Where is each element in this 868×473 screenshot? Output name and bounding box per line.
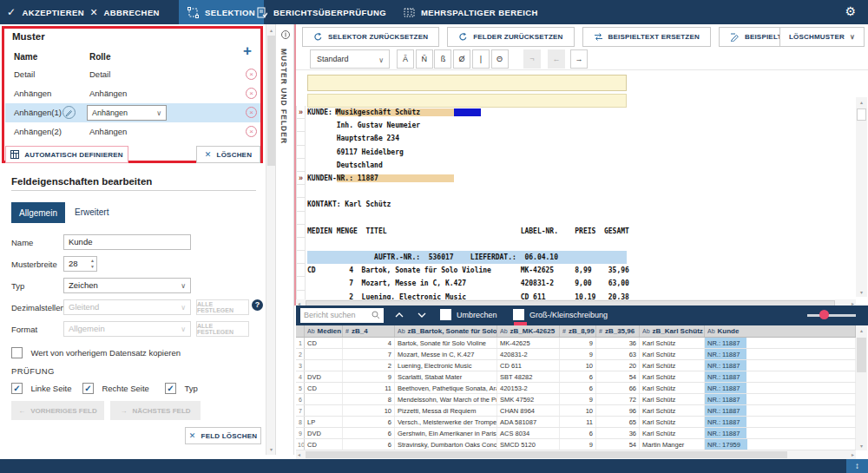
table-cell[interactable]: 20 [596,360,640,371]
table-cell[interactable]: Karl Schütz [640,417,705,427]
cancel-button[interactable]: × ABBRECHEN [90,0,160,24]
automatisch-definieren-button[interactable]: AUTOMATISCH DEFINIEREN [5,146,128,163]
muster-row[interactable]: Anhängen Anhängen × [5,84,260,103]
scrollbar-thumb[interactable] [306,451,787,458]
table-cell[interactable]: 10 [560,360,596,371]
rolle-dropdown[interactable]: Anhängen ∨ [87,105,167,121]
table-cell[interactable]: Mendelssohn, War March of the Priests [395,394,497,404]
table-cell[interactable]: 9 [560,349,596,359]
table-cell[interactable]: Karl Schütz [640,338,705,348]
table-cell[interactable]: 65 [596,417,640,427]
trap-char-button[interactable]: Ã [397,49,414,69]
table-cell[interactable]: 10 [343,405,395,416]
table-cell[interactable]: 10 [560,405,596,416]
zoom-slider-track[interactable] [807,314,856,317]
table-cell[interactable]: 6 [343,439,395,450]
column-header[interactable]: AbzB_Karl Schütz [640,325,705,337]
table-cell[interactable]: 420153-2 [497,383,560,393]
scrollbar-thumb[interactable] [857,108,866,121]
table-row[interactable]: 32Luening, Electronic MusicCD 6111020Kar… [296,360,856,371]
table-cell[interactable]: 96 [596,405,640,416]
tab-mehrspaltiger-bereich[interactable]: MEHRSPALTIGER BEREICH [395,0,547,24]
trap-char-button[interactable]: | [472,49,490,69]
trap-char-button[interactable]: Ñ [416,49,433,69]
add-muster-button[interactable]: + [243,45,252,57]
table-row[interactable]: 10CD6Stravinsky, Dumbarton Oaks Concerto… [296,439,856,450]
tab-erweitert[interactable]: Erweitert [75,207,108,217]
scroll-right-icon[interactable]: ▸ [852,451,854,457]
trap-nav-button[interactable]: → [570,49,588,69]
table-cell[interactable]: Beethoven, Pathetique Sonata, Arau [395,383,497,393]
table-cell[interactable]: Pizzetti, Messa di Requiem [395,405,497,416]
table-cell[interactable]: Karl Schütz [640,371,705,382]
table-cell[interactable]: Mozart, Messe in C, K.427 [395,349,497,359]
table-cell[interactable]: Stravinsky, Dumbarton Oaks Concerto [395,439,497,450]
column-header[interactable]: AbKunde [705,325,856,337]
help-icon[interactable]: ? [252,299,263,311]
table-cell[interactable]: Bartok, Sonate für Solo Violine [395,338,497,348]
table-cell[interactable] [305,405,343,416]
report-preview[interactable]: kunde KUNDE: Musikgeschäft Schütz »KUNDE… [296,70,868,299]
table-row[interactable]: 5CD11Beethoven, Pathetique Sonata, Arau4… [296,383,856,394]
side-tab-muster-und-felder[interactable]: MUSTER UND FELDER [279,49,288,144]
loeschmuster-dropdown-button[interactable]: LÖSCHMUSTER ∨ [779,27,865,47]
table-cell[interactable] [305,394,343,404]
accept-button[interactable]: ✓ AKZEPTIEREN [7,0,84,24]
table-row[interactable]: 27Mozart, Messe in C, K.427420831-2963Ka… [296,349,856,360]
report-line[interactable]: Hauptstraße 234 [296,132,856,145]
trap-char-button[interactable]: Θ [491,49,509,69]
pin-icon[interactable] [280,30,291,40]
loeschen-button[interactable]: ✕ LÖSCHEN [196,146,260,163]
table-cell[interactable]: Karl Schütz [640,405,705,416]
muster-row[interactable]: Detail Detail × [5,65,260,84]
table-cell[interactable]: 420831-2 [497,349,560,359]
table-cell[interactable]: SMK 47592 [497,394,560,404]
scrollbar-thumb[interactable] [267,36,275,166]
report-line[interactable]: Inh. Gustav Neumeier [296,119,856,132]
column-header[interactable]: #zB_8,99 [560,325,596,337]
table-cell[interactable]: DVD [305,371,343,382]
column-header[interactable]: AbzB_Bartok, Sonate für Solo Violi [395,325,497,337]
feld-loeschen-button[interactable]: ✕ FELD LÖSCHEN [185,427,261,444]
checkbox-checked-icon[interactable]: ✓ [165,383,176,394]
table-cell[interactable]: 9 [560,394,596,404]
table-cell[interactable]: 9 [343,371,395,382]
table-horizontal-scrollbar[interactable]: ◂ ▸ [296,450,856,459]
table-cell[interactable]: 11 [560,417,596,427]
table-cell[interactable]: Karl Schütz [640,394,705,404]
table-row[interactable]: 8LP6Versch., Meisterwerke der TrompeteAD… [296,417,856,428]
scroll-down-icon[interactable]: ▾ [856,443,867,449]
table-cell[interactable]: 54 [596,371,640,382]
report-line[interactable] [296,185,856,198]
table-cell[interactable]: Karl Schütz [640,383,705,393]
table-cell[interactable]: 6 [560,371,596,382]
gear-icon[interactable]: ⚙ [845,4,856,18]
spinner-arrows-icon[interactable]: ▲▼ [90,258,95,270]
table-cell[interactable]: 9 [560,338,596,348]
report-vertical-scrollbar[interactable]: ▴ ▾ [856,97,867,297]
resize-panel-button[interactable]: ↕ [846,459,868,473]
trap-char-button[interactable]: Ø [453,49,470,69]
report-line[interactable] [296,238,856,251]
table-cell[interactable]: NR.: 17959 [705,439,856,450]
delete-muster-icon[interactable]: × [246,126,257,137]
report-line[interactable]: 7 Mozart, Messe in C, K.427 420831-2 9,0… [296,277,856,290]
table-cell[interactable]: NR.: 11887 [705,360,856,371]
search-next-button[interactable] [416,310,431,322]
tab-berichtsueberpruefung[interactable]: BERICHTSÜBERPRÜFUNG [248,0,395,24]
table-cell[interactable]: 8 [343,394,395,404]
table-cell[interactable]: DVD [305,428,343,438]
table-cell[interactable]: 6 [560,383,596,393]
report-line[interactable]: »KUNDE: Musikgeschäft Schütz [296,106,856,119]
table-cell[interactable] [305,349,343,359]
trap-style-dropdown[interactable]: Standard ∨ [310,49,390,69]
check-rechte-seite[interactable]: ✓ Rechte Seite [82,380,149,396]
column-header[interactable]: AbMedien [305,325,343,337]
muster-row[interactable]: Anhängen(2) Anhängen × [5,122,260,141]
table-row[interactable]: 68Mendelssohn, War March of the PriestsS… [296,394,856,405]
scrollbar-thumb[interactable] [857,338,866,372]
table-cell[interactable]: NR.: 11887 [705,417,856,427]
table-cell[interactable]: Scarlatti, Stabat Mater [395,371,497,382]
table-cell[interactable]: NR.: 11887 [705,349,856,359]
table-cell[interactable]: 72 [596,394,640,404]
